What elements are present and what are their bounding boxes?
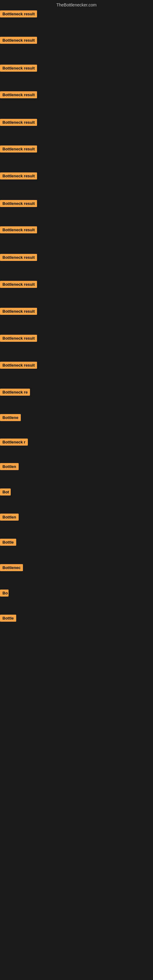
bottleneck-item-1: Bottleneck result: [0, 10, 37, 19]
items-container: Bottleneck resultBottleneck resultBottle…: [0, 10, 153, 960]
bottleneck-badge-19[interactable]: Bot: [0, 488, 11, 495]
bottleneck-badge-17[interactable]: Bottleneck r: [0, 439, 28, 445]
bottleneck-item-5: Bottleneck result: [0, 119, 37, 127]
bottleneck-item-10: Bottleneck result: [0, 254, 37, 262]
bottleneck-item-21: Bottle: [0, 539, 16, 547]
bottleneck-badge-7[interactable]: Bottleneck result: [0, 172, 37, 180]
bottleneck-item-4: Bottleneck result: [0, 91, 37, 100]
bottleneck-badge-8[interactable]: Bottleneck result: [0, 200, 37, 207]
bottleneck-badge-20[interactable]: Bottlen: [0, 514, 19, 520]
bottleneck-badge-21[interactable]: Bottle: [0, 539, 16, 546]
bottleneck-item-24: Bottle: [0, 615, 16, 623]
bottleneck-item-15: Bottleneck re: [0, 389, 30, 397]
site-title: TheBottlenecker.com: [0, 0, 153, 10]
bottleneck-badge-2[interactable]: Bottleneck result: [0, 37, 37, 44]
bottleneck-item-19: Bot: [0, 488, 11, 497]
bottleneck-item-11: Bottleneck result: [0, 281, 37, 289]
bottleneck-badge-18[interactable]: Bottlen: [0, 463, 19, 470]
bottleneck-item-17: Bottleneck r: [0, 439, 28, 447]
bottleneck-badge-13[interactable]: Bottleneck result: [0, 335, 37, 342]
bottleneck-badge-14[interactable]: Bottleneck result: [0, 362, 37, 369]
bottleneck-item-18: Bottlen: [0, 463, 19, 471]
bottleneck-item-22: Bottlenec: [0, 564, 23, 573]
bottleneck-item-20: Bottlen: [0, 514, 19, 522]
bottleneck-badge-22[interactable]: Bottlenec: [0, 564, 23, 571]
bottleneck-badge-6[interactable]: Bottleneck result: [0, 145, 37, 153]
bottleneck-badge-5[interactable]: Bottleneck result: [0, 119, 37, 126]
bottleneck-item-13: Bottleneck result: [0, 335, 37, 343]
bottleneck-item-2: Bottleneck result: [0, 37, 37, 45]
bottleneck-badge-11[interactable]: Bottleneck result: [0, 281, 37, 288]
bottleneck-badge-10[interactable]: Bottleneck result: [0, 254, 37, 261]
bottleneck-badge-15[interactable]: Bottleneck re: [0, 389, 30, 396]
bottleneck-item-6: Bottleneck result: [0, 145, 37, 154]
bottleneck-item-9: Bottleneck result: [0, 226, 37, 235]
bottleneck-badge-24[interactable]: Bottle: [0, 615, 16, 622]
bottleneck-item-3: Bottleneck result: [0, 65, 37, 73]
bottleneck-badge-16[interactable]: Bottlene: [0, 414, 21, 421]
bottleneck-item-12: Bottleneck result: [0, 308, 37, 316]
bottleneck-item-7: Bottleneck result: [0, 172, 37, 181]
bottleneck-badge-3[interactable]: Bottleneck result: [0, 65, 37, 72]
bottleneck-item-14: Bottleneck result: [0, 362, 37, 370]
bottleneck-item-16: Bottlene: [0, 414, 21, 422]
bottleneck-badge-9[interactable]: Bottleneck result: [0, 226, 37, 233]
bottleneck-item-23: Bo: [0, 590, 9, 598]
bottleneck-item-8: Bottleneck result: [0, 200, 37, 208]
bottleneck-badge-1[interactable]: Bottleneck result: [0, 10, 37, 18]
bottleneck-badge-23[interactable]: Bo: [0, 590, 9, 597]
bottleneck-badge-4[interactable]: Bottleneck result: [0, 91, 37, 98]
bottleneck-badge-12[interactable]: Bottleneck result: [0, 308, 37, 315]
